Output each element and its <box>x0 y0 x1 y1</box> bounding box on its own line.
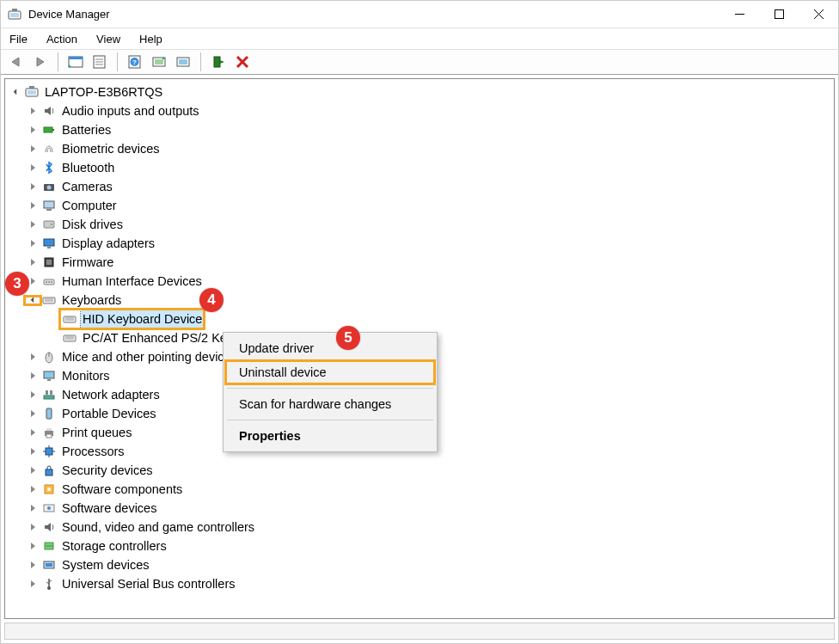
tree-category-batt[interactable]: Batteries <box>5 120 834 139</box>
svg-rect-31 <box>46 209 52 211</box>
tree-node-label: Human Interface Devices <box>60 272 204 291</box>
expand-icon[interactable] <box>26 580 40 587</box>
ctx-separator <box>227 420 433 420</box>
svg-rect-53 <box>44 371 54 378</box>
svg-rect-62 <box>46 448 52 455</box>
cpu-icon <box>41 444 57 459</box>
tree-category-audio[interactable]: Audio inputs and outputs <box>5 101 834 120</box>
tree-category-swd[interactable]: Software devices <box>5 499 834 518</box>
tree-category-sec[interactable]: Security devices <box>5 461 834 480</box>
tree-node-label: Portable Devices <box>60 404 158 423</box>
tree-category-snd[interactable]: Sound, video and game controllers <box>5 518 834 537</box>
expand-icon[interactable] <box>26 107 40 114</box>
properties-button[interactable] <box>89 52 110 72</box>
svg-point-29 <box>47 186 52 190</box>
expand-icon[interactable] <box>26 486 40 493</box>
forward-button[interactable] <box>30 52 51 72</box>
tree-category-sys[interactable]: System devices <box>5 555 834 574</box>
tree-category-cam[interactable]: Cameras <box>5 177 834 196</box>
tree-category-fw[interactable]: Firmware <box>5 253 834 272</box>
tree-category-hid[interactable]: Human Interface Devices <box>5 272 834 291</box>
tree-node-label: Network adapters <box>60 385 162 404</box>
tree-node-label: Batteries <box>60 120 113 139</box>
svg-rect-55 <box>44 396 54 399</box>
scan-hardware-button[interactable] <box>149 52 169 72</box>
tree-category-comp[interactable]: Computer <box>5 196 834 215</box>
ctx-scan-hardware[interactable]: Scan for hardware changes <box>225 392 435 416</box>
svg-point-40 <box>48 281 50 283</box>
ctx-properties[interactable]: Properties <box>225 424 435 448</box>
svg-rect-75 <box>46 563 52 567</box>
tree-category-bt[interactable]: Bluetooth <box>5 158 834 177</box>
tree-node-label: Bluetooth <box>60 158 116 177</box>
svg-point-33 <box>51 224 52 225</box>
update-driver-button[interactable] <box>173 52 193 72</box>
highlighted-selection: HID Keyboard Device <box>60 310 204 328</box>
svg-rect-2 <box>12 9 17 11</box>
tree-node-label: System devices <box>60 555 151 574</box>
tree-node-label: Universal Serial Bus controllers <box>60 574 236 593</box>
expand-icon[interactable] <box>26 372 40 379</box>
expand-icon[interactable] <box>26 221 40 228</box>
tree-device-keyboard-0[interactable]: HID Keyboard Device <box>5 310 834 328</box>
ctx-update-driver[interactable]: Update driver <box>225 336 435 360</box>
collapse-icon[interactable] <box>9 90 22 95</box>
expand-icon[interactable] <box>26 524 40 531</box>
expand-icon[interactable] <box>26 561 40 568</box>
tree-category-disk[interactable]: Disk drives <box>5 215 834 234</box>
back-button[interactable] <box>6 52 27 72</box>
ctx-uninstall-device[interactable]: Uninstall device <box>225 360 435 384</box>
svg-rect-56 <box>46 390 48 395</box>
expand-icon[interactable] <box>26 505 40 512</box>
uninstall-device-button[interactable] <box>232 52 253 72</box>
expand-icon[interactable] <box>26 126 40 133</box>
tree-category-swc[interactable]: Software components <box>5 480 834 499</box>
tree-node-label: Firmware <box>60 253 115 272</box>
show-hide-console-button[interactable] <box>65 52 86 72</box>
enable-device-button[interactable] <box>208 52 229 72</box>
usb-icon <box>41 576 57 592</box>
expand-icon[interactable] <box>26 164 40 171</box>
tree-category-kb[interactable]: Keyboards <box>5 291 834 310</box>
minimize-button[interactable] <box>720 1 759 28</box>
expand-icon[interactable] <box>26 240 40 247</box>
collapse-icon[interactable] <box>26 297 40 304</box>
expand-icon[interactable] <box>26 448 40 455</box>
computer_root-icon <box>24 84 40 100</box>
expand-icon[interactable] <box>26 202 40 209</box>
fingerprint-icon <box>41 141 57 156</box>
tree-root[interactable]: LAPTOP-E3B6RTQS <box>5 83 834 101</box>
menu-file[interactable]: File <box>8 31 29 47</box>
svg-rect-30 <box>44 201 54 208</box>
tree-category-stor[interactable]: Storage controllers <box>5 537 834 555</box>
expand-icon[interactable] <box>26 543 40 549</box>
expand-icon[interactable] <box>26 259 40 266</box>
menu-view[interactable]: View <box>95 31 122 47</box>
mouse-icon <box>41 349 57 365</box>
svg-point-71 <box>47 506 51 510</box>
svg-rect-25 <box>29 86 34 89</box>
keyboard-icon <box>62 311 77 327</box>
window-title: Device Manager <box>28 8 110 21</box>
title-bar: Device Manager <box>1 1 838 28</box>
expand-icon[interactable] <box>26 467 40 474</box>
menu-help[interactable]: Help <box>138 31 164 47</box>
expand-icon[interactable] <box>26 391 40 398</box>
expand-icon[interactable] <box>26 353 40 360</box>
svg-text:?: ? <box>132 58 137 66</box>
context-menu: Update driver Uninstall device Scan for … <box>223 332 438 452</box>
monitor-icon <box>41 368 57 383</box>
menu-action[interactable]: Action <box>45 31 79 47</box>
help-button[interactable]: ? <box>125 52 145 72</box>
expand-icon[interactable] <box>26 410 40 417</box>
tree-category-usb[interactable]: Universal Serial Bus controllers <box>5 574 834 593</box>
tree-node-label: Sound, video and game controllers <box>60 518 256 537</box>
close-button[interactable] <box>799 1 838 28</box>
maximize-button[interactable] <box>759 1 799 28</box>
tree-category-bio[interactable]: Biometric devices <box>5 139 834 158</box>
keyboard-icon <box>41 292 57 308</box>
tree-category-disp[interactable]: Display adapters <box>5 234 834 253</box>
expand-icon[interactable] <box>26 183 40 190</box>
expand-icon[interactable] <box>26 429 40 436</box>
expand-icon[interactable] <box>26 145 40 152</box>
